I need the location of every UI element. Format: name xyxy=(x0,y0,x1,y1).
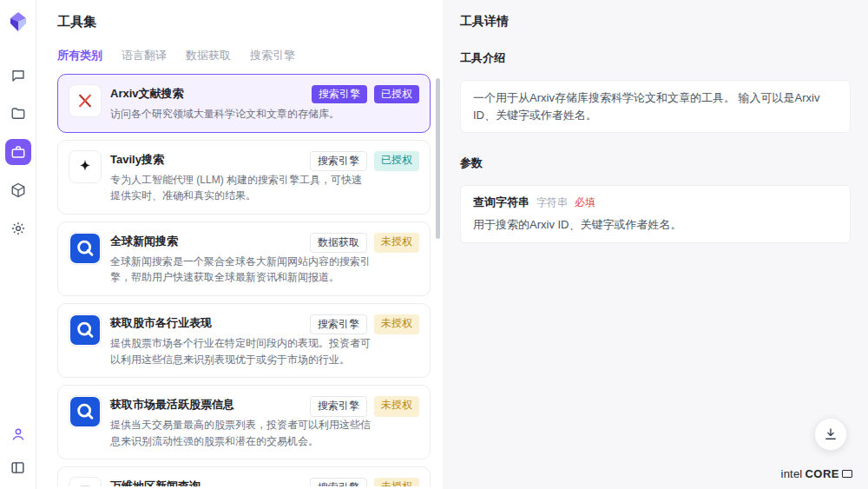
q-icon xyxy=(70,397,100,426)
sidebar-bottom xyxy=(5,421,31,480)
download-button[interactable] xyxy=(814,418,847,451)
category-badge: 搜索引擎 xyxy=(310,314,367,334)
intel-badge-box xyxy=(842,470,852,478)
tool-card-list: Arxiv文献搜索 访问各个研究领域大量科学论文和文章的存储库。 搜索引擎 已授… xyxy=(57,74,443,486)
sidebar xyxy=(0,0,36,489)
news-icon xyxy=(76,485,94,486)
category-badge: 搜索引擎 xyxy=(312,85,367,103)
briefcase-icon xyxy=(10,144,26,160)
tool-card[interactable]: 获取股市各行业表现 提供股票市场各个行业在特定时间段内的表现。投资者可以利用这些… xyxy=(57,303,431,378)
status-badge: 未授权 xyxy=(374,478,419,486)
tool-card-icon-tile xyxy=(69,84,102,117)
folder-icon xyxy=(10,106,26,122)
core-brand-text: CORE xyxy=(805,467,839,480)
tool-card[interactable]: Arxiv文献搜索 访问各个研究领域大量科学论文和文章的存储库。 搜索引擎 已授… xyxy=(57,74,431,133)
tool-card[interactable]: Tavily搜索 专为人工智能代理 (LLM) 构建的搜索引擎工具，可快速提供实… xyxy=(57,140,431,215)
category-badge: 数据获取 xyxy=(310,233,367,253)
intro-card: 一个用于从Arxiv存储库搜索科学论文和文章的工具。 输入可以是Arxiv ID… xyxy=(460,80,851,133)
tool-card-icon-tile xyxy=(69,314,102,347)
panel-icon xyxy=(10,460,25,475)
param-name: 查询字符串 xyxy=(473,195,529,210)
package-icon xyxy=(10,182,26,198)
list-scrollbar[interactable] xyxy=(436,78,440,239)
param-card: 查询字符串 字符串 必填 用于搜索的Arxiv ID、关键字或作者姓名。 xyxy=(460,185,851,243)
download-icon xyxy=(823,426,838,442)
tavily-icon xyxy=(76,158,94,175)
tool-card-badges: 搜索引擎 未授权 xyxy=(310,314,419,334)
q-icon xyxy=(70,315,100,345)
tool-card[interactable]: 全球新闻搜索 全球新闻搜索是一个聚合全球各大新闻网站内容的搜索引擎，帮助用户快速… xyxy=(57,221,431,296)
sidebar-nav xyxy=(5,63,31,241)
arxiv-icon xyxy=(76,92,94,109)
app-root: 工具集 所有类别语言翻译数据获取搜索引擎 Arxiv文献搜索 访问各个研究领域大… xyxy=(0,0,868,489)
tab-all[interactable]: 所有类别 xyxy=(57,48,102,63)
status-badge: 已授权 xyxy=(374,85,419,103)
intro-section-title: 工具介绍 xyxy=(460,50,851,66)
tool-list-panel: 工具集 所有类别语言翻译数据获取搜索引擎 Arxiv文献搜索 访问各个研究领域大… xyxy=(36,0,443,489)
tab-search[interactable]: 搜索引擎 xyxy=(250,48,295,63)
category-badge: 搜索引擎 xyxy=(310,478,367,486)
sidebar-item-layout[interactable] xyxy=(5,454,31,480)
sidebar-item-chat[interactable] xyxy=(5,63,31,89)
status-badge: 未授权 xyxy=(374,396,419,416)
category-badge: 搜索引擎 xyxy=(310,151,367,171)
gear-icon xyxy=(10,221,26,236)
tab-data[interactable]: 数据获取 xyxy=(186,48,231,63)
user-icon xyxy=(10,426,26,442)
chat-icon xyxy=(10,68,26,83)
tool-card-description: 全球新闻搜索是一个聚合全球各大新闻网站内容的搜索引擎，帮助用户快速获取全球最新资… xyxy=(110,254,371,286)
tool-card-icon-tile xyxy=(69,150,102,183)
logo-icon xyxy=(8,11,29,32)
tool-card-badges: 搜索引擎 已授权 xyxy=(312,85,419,103)
tool-card-badges: 搜索引擎 未授权 xyxy=(310,396,419,416)
param-type: 字符串 xyxy=(536,195,568,210)
status-badge: 未授权 xyxy=(374,233,419,253)
tool-card-description: 提供股票市场各个行业在特定时间段内的表现。投资者可以利用这些信息来识别表现优于或… xyxy=(110,335,371,367)
sidebar-item-folder[interactable] xyxy=(5,101,31,127)
tool-card[interactable]: 获取市场最活跃股票信息 提供当天交易量最高的股票列表，投资者可以利用这些信息来识… xyxy=(57,385,431,459)
intro-text: 一个用于从Arxiv存储库搜索科学论文和文章的工具。 输入可以是Arxiv ID… xyxy=(473,89,838,123)
app-logo[interactable] xyxy=(7,10,30,33)
sidebar-item-package[interactable] xyxy=(5,177,31,203)
sidebar-item-user[interactable] xyxy=(5,421,31,447)
tool-card-description: 专为人工智能代理 (LLM) 构建的搜索引擎工具，可快速提供实时、准确和真实的结… xyxy=(110,172,371,204)
tool-card-icon-tile xyxy=(69,232,102,265)
tool-card-icon-tile xyxy=(69,477,102,486)
status-badge: 已授权 xyxy=(374,151,419,171)
category-tabs: 所有类别语言翻译数据获取搜索引擎 xyxy=(57,48,443,63)
tool-card-icon-tile xyxy=(69,395,102,428)
param-description: 用于搜索的Arxiv ID、关键字或作者姓名。 xyxy=(473,216,838,234)
detail-title: 工具详情 xyxy=(460,14,851,30)
intel-brand-text: intel xyxy=(781,467,803,480)
q-icon xyxy=(70,234,100,263)
param-required-flag: 必填 xyxy=(575,195,595,210)
page-title: 工具集 xyxy=(57,14,443,30)
sidebar-item-tools[interactable] xyxy=(5,139,31,165)
status-badge: 未授权 xyxy=(374,314,419,334)
tool-card-badges: 数据获取 未授权 xyxy=(310,233,419,253)
tool-card-badges: 搜索引擎 未授权 xyxy=(310,478,419,486)
category-badge: 搜索引擎 xyxy=(310,396,367,416)
intel-core-logo: intel CORE xyxy=(781,467,852,480)
params-section-title: 参数 xyxy=(460,155,851,171)
tool-card-badges: 搜索引擎 已授权 xyxy=(310,151,419,171)
sidebar-item-settings[interactable] xyxy=(5,215,31,241)
tool-card-description: 访问各个研究领域大量科学论文和文章的存储库。 xyxy=(110,106,371,122)
param-header: 查询字符串 字符串 必填 xyxy=(473,195,838,210)
tab-translation[interactable]: 语言翻译 xyxy=(122,48,167,63)
tool-detail-panel: 工具详情 工具介绍 一个用于从Arxiv存储库搜索科学论文和文章的工具。 输入可… xyxy=(443,0,868,489)
tool-card-description: 提供当天交易量最高的股票列表，投资者可以利用这些信息来识别流动性强的股票和潜在的… xyxy=(110,417,371,449)
tool-card[interactable]: 万维地区新闻查询 查询具体行政区划内的新闻，快速了解各地新闻动 搜索引擎 未授权 xyxy=(57,466,431,486)
